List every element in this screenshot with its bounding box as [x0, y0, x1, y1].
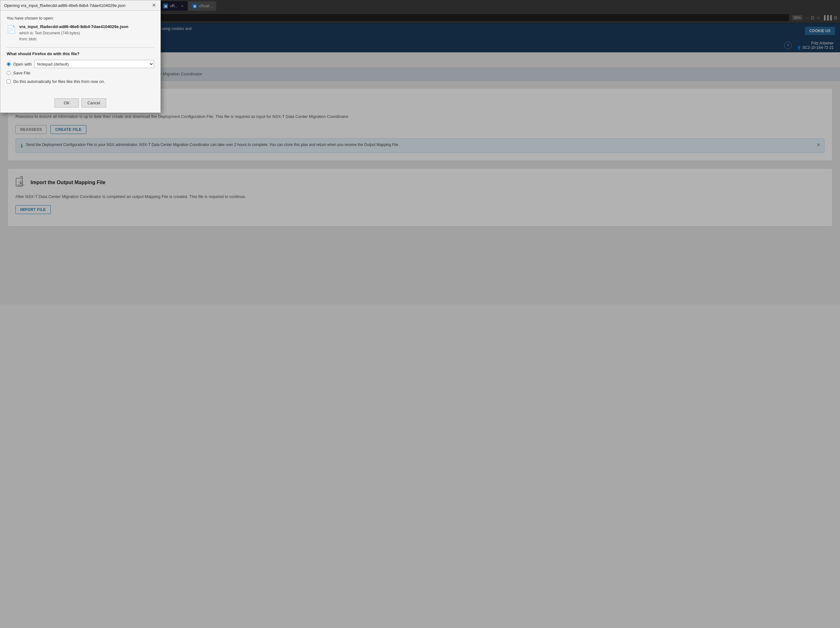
radio-group: Open with Notepad (default) Save File — [6, 60, 154, 75]
dialog-cancel-button[interactable]: Cancel — [81, 98, 106, 108]
dialog-title: Opening vra_input_f5a4ecdd-ad86-46e6-8db… — [4, 3, 125, 8]
dialog-footer: OK Cancel — [0, 95, 160, 112]
open-with-select[interactable]: Notepad (default) — [34, 60, 154, 68]
radio-open-label[interactable]: Open with — [13, 62, 32, 66]
radio-save-row: Save File — [6, 71, 154, 75]
open-file-dialog: Opening vra_input_f5a4ecdd-ad86-46e6-8db… — [0, 0, 161, 113]
dialog-close-button[interactable]: ✕ — [151, 3, 157, 8]
file-info: 📄 vra_input_f5a4ecdd-ad86-46e6-8db4-7dae… — [6, 24, 154, 42]
radio-save-file[interactable] — [6, 71, 11, 75]
dialog-ok-button[interactable]: OK — [55, 98, 79, 108]
file-icon: 📄 — [6, 25, 16, 34]
divider — [6, 47, 154, 47]
radio-save-label[interactable]: Save File — [13, 71, 30, 75]
radio-open-with[interactable] — [6, 62, 11, 66]
auto-checkbox[interactable] — [6, 79, 11, 84]
dialog-opening-text: You have chosen to open: — [6, 16, 154, 21]
dialog-body: You have chosen to open: 📄 vra_input_f5a… — [0, 11, 160, 95]
auto-checkbox-label[interactable]: Do this automatically for files like thi… — [13, 79, 105, 84]
auto-checkbox-row: Do this automatically for files like thi… — [6, 79, 154, 84]
file-from: from: blob: — [19, 36, 128, 42]
file-which-is: which is: Text Document (749 bytes) — [19, 30, 128, 36]
file-name: vra_input_f5a4ecdd-ad86-46e6-8db4-7dae41… — [19, 24, 128, 29]
radio-open-with-row: Open with Notepad (default) — [6, 60, 154, 68]
dialog-title-bar: Opening vra_input_f5a4ecdd-ad86-46e6-8db… — [0, 0, 160, 11]
dialog-question: What should Firefox do with this file? — [6, 51, 154, 56]
